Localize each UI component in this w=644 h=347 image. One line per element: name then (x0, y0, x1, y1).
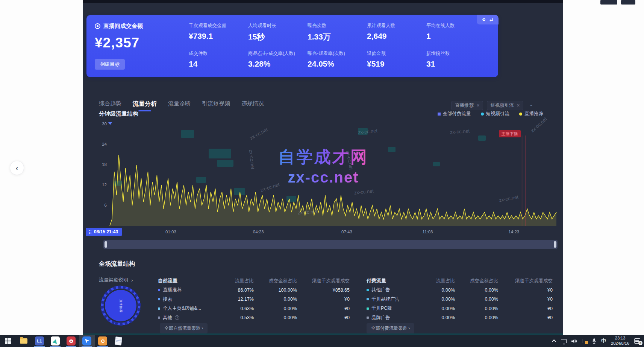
metric-label: 平均在线人数 (426, 23, 486, 29)
network-icon[interactable] (561, 339, 567, 343)
legend-label: 直播推荐 (524, 111, 543, 117)
speaker-icon[interactable] (571, 339, 577, 344)
stream-end-marker: 主播下播 (499, 130, 521, 137)
channel-label: 千川PC版 (371, 305, 392, 312)
taskbar: L1 中 23:132024/8/16 3 (0, 335, 644, 347)
time-range-slider[interactable] (103, 240, 558, 249)
teal-app-icon[interactable] (47, 335, 63, 347)
table-header-row: 自然流量流量占比成交金额占比渠道千次观看成交 (158, 276, 350, 286)
metric-value: ¥519 (367, 59, 426, 68)
start-button[interactable] (0, 335, 16, 347)
microphone-icon[interactable] (592, 338, 596, 344)
all-natural-channels-link[interactable]: 全部自然流量渠道 › (160, 323, 208, 333)
back-button[interactable]: ‹ (10, 161, 24, 175)
legend-item[interactable]: 短视频引流 (481, 111, 510, 117)
channel-bullet-icon (367, 307, 369, 310)
orange-app-icon[interactable] (95, 335, 111, 347)
metric-cell: 人均观看时长15秒 (248, 23, 308, 42)
swap-icon[interactable]: ⇄ (489, 17, 493, 22)
clock[interactable]: 23:132024/8/16 (611, 336, 629, 346)
notification-icon[interactable]: 3 (634, 338, 640, 344)
channel-label: 千川品牌广告 (371, 296, 400, 303)
close-icon[interactable]: ✕ (476, 103, 480, 108)
metric-cell: 曝光次数1.33万 (308, 23, 367, 42)
slider-handle-right[interactable] (554, 241, 556, 248)
y-tick-label: 30 (96, 122, 107, 126)
channel-name: 直播推荐 (158, 287, 222, 293)
table-column-header: 成交金额占比 (455, 278, 498, 284)
natural-traffic-table: 自然流量流量占比成交金额占比渠道千次观看成交直播推荐86.07%100.00%¥… (158, 276, 350, 323)
channel-value: ¥0 (498, 288, 553, 293)
desktop: ‹ 直播间成交金额 ¥2,357 创建目标 千次观看成交金额¥739.1人均观看… (0, 0, 644, 347)
tab-流量诊断[interactable]: 流量诊断 (168, 100, 191, 111)
x-axis-line (110, 226, 556, 226)
channel-value: 0.63% (222, 306, 254, 311)
table-row: 千川品牌广告0.00%0.00%¥0 (367, 295, 553, 304)
input-method-indicator[interactable]: 中 (601, 338, 606, 344)
channel-value: 0.00% (455, 288, 498, 293)
x-tick-label: 11:03 (423, 230, 433, 234)
channel-name: 千川PC版 (367, 305, 423, 312)
notification-badge: 3 (638, 341, 642, 345)
metric-value: 14 (189, 59, 248, 68)
metric-cell: 商品点击-成交率(人数)3.28% (248, 50, 308, 68)
channel-value: 100.00% (254, 288, 297, 293)
filter-tag[interactable]: 短视频引流✕ (487, 101, 523, 110)
channel-help-link[interactable]: 流量渠道说明› (99, 277, 133, 283)
chevron-right-icon: › (131, 277, 133, 283)
table-row: 千川PC版0.00%0.00%¥0 (367, 304, 553, 314)
metric-value: 1 (426, 32, 486, 41)
x-tick-label: 14:23 (508, 230, 519, 234)
filter-tag[interactable]: 直播推荐✕ (452, 101, 483, 110)
drag-handle-icon (89, 230, 92, 234)
red-o-app-icon[interactable] (63, 335, 79, 347)
table-header-row: 付费流量流量占比成交金额占比渠道千次观看成交 (367, 276, 553, 286)
tab-违规情况[interactable]: 违规情况 (241, 100, 264, 111)
browser-remnant (621, 0, 635, 5)
windows-logo-icon (5, 338, 11, 344)
x-axis: 08/15 21:43 01:0304:2307:4311:0314:23 (83, 227, 563, 237)
app-tray-icon[interactable] (582, 339, 587, 343)
file-explorer-icon[interactable] (16, 335, 32, 347)
table-row: 搜索12.17%0.00%¥0 (158, 295, 350, 304)
metric-cell: 新增粉丝数31 (426, 50, 486, 68)
table-column-header: 渠道千次观看成交 (297, 278, 350, 284)
minute-traffic-chart: 612182430 自学成才网 zx-cc.net zx-cc.netzx-cc… (110, 124, 556, 226)
tab-引流短视频[interactable]: 引流短视频 (202, 100, 230, 111)
all-paid-channels-link[interactable]: 全部付费流量渠道 › (367, 323, 414, 333)
channel-name: 搜索 (158, 296, 222, 303)
banner-title: 直播间成交金额 (103, 23, 143, 30)
close-icon[interactable]: ✕ (517, 103, 520, 108)
channel-name: 品牌广告 (367, 315, 423, 321)
start-time-chip[interactable]: 08/15 21:43 (86, 228, 122, 236)
metric-value: 3.28% (248, 59, 308, 68)
x-tick-label: 07:43 (341, 230, 352, 234)
chevron-down-icon[interactable]: ⌄ (527, 102, 536, 109)
paid-traffic-table: 付费流量流量占比成交金额占比渠道千次观看成交其他广告0.00%0.00%¥0千川… (367, 276, 553, 323)
legend-item[interactable]: 全部付费流量 (438, 111, 471, 117)
channel-value: 0.00% (254, 315, 297, 320)
info-icon[interactable]: ? (175, 315, 179, 320)
l1-app-icon[interactable]: L1 (32, 335, 47, 347)
notepad-app-icon[interactable] (111, 335, 126, 347)
metric-label: 新增粉丝数 (426, 50, 486, 57)
window-top-edge (83, 0, 563, 3)
pointer-app-icon[interactable] (79, 335, 95, 347)
channel-bullet-icon (158, 307, 160, 310)
channel-value: ¥0 (297, 315, 350, 320)
legend-item[interactable]: 直播推荐 (519, 111, 543, 117)
tab-综合趋势[interactable]: 综合趋势 (99, 100, 121, 111)
channel-bullet-icon (158, 289, 160, 291)
legend-label: 短视频引流 (486, 111, 510, 117)
slider-handle-left[interactable] (105, 241, 107, 248)
tab-流量分析[interactable]: 流量分析 (133, 100, 157, 111)
metric-cell: 千次观看成交金额¥739.1 (189, 23, 248, 42)
create-goal-button[interactable]: 创建目标 (95, 59, 125, 70)
metric-label: 千次观看成交金额 (189, 23, 248, 29)
channel-value: 0.00% (455, 315, 498, 320)
channel-value: 0.00% (423, 288, 455, 293)
gear-icon[interactable]: ⚙ (482, 17, 486, 22)
metric-label: 退款金额 (367, 50, 426, 57)
tray-expand-icon[interactable] (553, 339, 556, 342)
table-column-header: 渠道千次观看成交 (498, 278, 553, 284)
